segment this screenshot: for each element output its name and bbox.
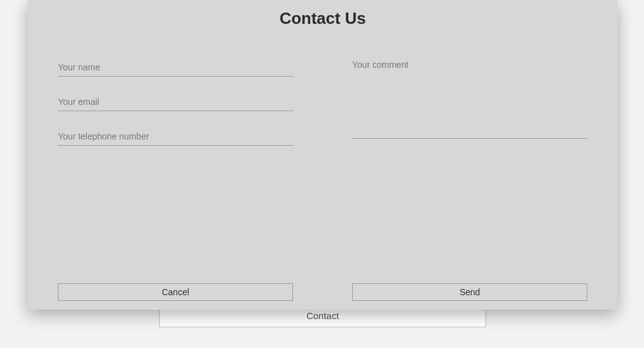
name-input[interactable] bbox=[58, 57, 293, 77]
dialog-button-row: Cancel Send bbox=[58, 283, 587, 301]
form-left-column bbox=[58, 57, 293, 161]
telephone-input[interactable] bbox=[58, 126, 293, 146]
email-input[interactable] bbox=[58, 92, 293, 111]
contact-dialog: Contact Us Cancel Send bbox=[28, 0, 618, 310]
form-columns bbox=[58, 57, 587, 161]
comment-textarea[interactable] bbox=[352, 57, 587, 139]
dialog-title: Contact Us bbox=[58, 9, 587, 28]
cancel-button[interactable]: Cancel bbox=[58, 283, 293, 301]
send-button[interactable]: Send bbox=[352, 283, 587, 301]
form-right-column bbox=[352, 57, 587, 161]
